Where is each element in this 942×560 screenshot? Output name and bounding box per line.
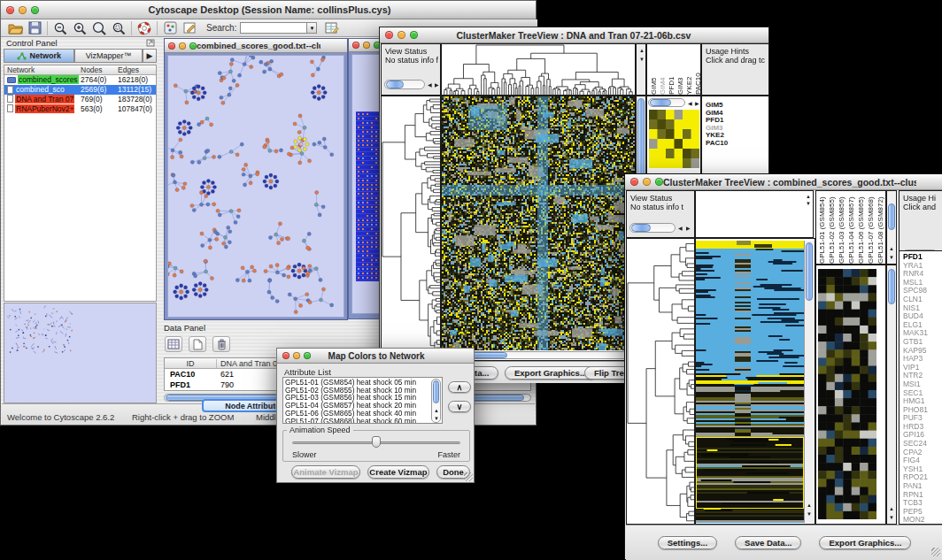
zoom-out-icon[interactable] bbox=[50, 19, 70, 36]
zoom-button[interactable] bbox=[304, 352, 311, 359]
scroll-right-icon[interactable]: ▶ bbox=[695, 101, 699, 106]
tv2-heatmap-panel[interactable]: ▲ ▼ bbox=[695, 238, 815, 525]
plugins-panel-icon[interactable] bbox=[160, 19, 180, 36]
tv2-row-tree-canvas[interactable] bbox=[627, 239, 694, 524]
attribute-table-icon[interactable] bbox=[322, 19, 342, 36]
tv2-footer-button[interactable]: Settings... bbox=[658, 536, 717, 549]
tv2-heatmap-canvas[interactable] bbox=[696, 241, 804, 523]
scroll-down-icon[interactable]: ▼ bbox=[889, 515, 894, 520]
scroll-down-icon[interactable]: ▼ bbox=[806, 201, 811, 206]
close-button[interactable] bbox=[168, 42, 175, 50]
attribute-list-item[interactable]: GPL51-03 (GSM856) heat shock 15 min bbox=[283, 394, 442, 402]
tv2-footer-button[interactable]: Export Graphics... bbox=[819, 536, 911, 549]
zoom-in-icon[interactable] bbox=[70, 19, 89, 36]
tv1-col-scroll-strip[interactable]: ▲ ▼ bbox=[636, 43, 646, 96]
scroll-down-icon[interactable]: ▼ bbox=[889, 255, 894, 260]
attribute-list-item[interactable]: GPL51-02 (GSM855) heat shock 10 min bbox=[283, 387, 442, 395]
scroll-right-icon[interactable]: ▶ bbox=[686, 226, 691, 231]
attribute-listbox[interactable]: GPL51-01 (GSM854) heat shock 05 minGPL51… bbox=[282, 377, 443, 424]
zoom-button[interactable] bbox=[31, 6, 39, 14]
window-controls[interactable] bbox=[1, 6, 39, 14]
tv1-column-tree-canvas[interactable] bbox=[442, 44, 635, 95]
tv1-footer-button[interactable]: Export Graphics... bbox=[505, 366, 597, 380]
scroll-right-icon[interactable]: ▶ bbox=[435, 82, 439, 88]
create-vizmap-button[interactable]: Create Vizmap bbox=[367, 465, 429, 479]
tv2-genelist-vscrollbar[interactable]: ▲ ▼ bbox=[886, 265, 897, 525]
tv2-zoom-view-panel[interactable] bbox=[815, 265, 886, 525]
tv1-row-dendrogram[interactable] bbox=[381, 96, 441, 361]
zoom-button[interactable] bbox=[410, 31, 418, 39]
tv1-row-tree-canvas[interactable] bbox=[382, 96, 440, 352]
tv2-column-dendrogram-area[interactable]: ▲ ▼ bbox=[695, 190, 814, 238]
tv1-correlation-minimap[interactable] bbox=[649, 110, 699, 168]
close-button[interactable] bbox=[282, 352, 290, 359]
float-panel-icon[interactable] bbox=[146, 39, 155, 47]
scroll-down-icon[interactable]: ▼ bbox=[434, 416, 439, 421]
search-dropdown-icon[interactable]: ▼ bbox=[307, 22, 317, 34]
move-down-button[interactable]: ∨ bbox=[448, 401, 471, 412]
minimize-button[interactable] bbox=[293, 352, 300, 359]
scroll-down-icon[interactable]: ▼ bbox=[807, 511, 812, 517]
close-button[interactable] bbox=[630, 178, 638, 186]
search-input[interactable] bbox=[240, 22, 307, 34]
help-lifebuoy-icon[interactable] bbox=[135, 19, 154, 36]
zoom-selected-icon[interactable] bbox=[89, 19, 109, 36]
tv1-heatmap-panel[interactable] bbox=[441, 96, 636, 361]
move-up-button[interactable]: ∧ bbox=[448, 381, 471, 393]
cytoscape-titlebar[interactable]: Cytoscape Desktop (Session Name: collins… bbox=[1, 1, 536, 19]
attribute-list-item[interactable]: GPL51-06 (GSM865) heat shock 40 min bbox=[283, 410, 442, 418]
tv1-status-scrollbar[interactable] bbox=[384, 80, 425, 89]
close-button[interactable] bbox=[352, 42, 359, 49]
minimize-button[interactable] bbox=[19, 6, 27, 14]
tv1-global-hscrollbar[interactable] bbox=[648, 98, 685, 107]
select-attributes-icon[interactable] bbox=[165, 336, 182, 352]
scroll-down-icon[interactable]: ▼ bbox=[639, 57, 645, 62]
tv2-zoom-heatmap-canvas[interactable] bbox=[818, 269, 876, 519]
tv1-column-dendrogram[interactable] bbox=[441, 43, 636, 96]
tv1-gene-label[interactable]: PAC10 bbox=[706, 140, 768, 148]
network-overview-canvas[interactable] bbox=[4, 303, 156, 403]
attribute-list-item[interactable]: GPL51-07 (GSM868) heat shock 60 min bbox=[283, 418, 442, 424]
scroll-up-icon[interactable]: ▲ bbox=[806, 194, 811, 199]
tab-overflow-icon[interactable]: ▶ bbox=[143, 49, 157, 63]
attribute-list-vscrollbar[interactable]: ▲ ▼ bbox=[431, 379, 441, 423]
scroll-up-icon[interactable]: ▲ bbox=[434, 408, 439, 413]
network-row[interactable]: combined_sco2569(6)13112(15) bbox=[4, 85, 156, 95]
zoom-fit-icon[interactable] bbox=[109, 19, 128, 36]
tv2-status-scrollbar[interactable] bbox=[629, 223, 676, 233]
speed-slider-thumb[interactable] bbox=[372, 436, 381, 448]
close-button[interactable] bbox=[6, 6, 14, 14]
zoom-button[interactable] bbox=[189, 42, 197, 50]
attribute-list-item[interactable]: GPL51-04 (GSM857) heat shock 20 min bbox=[283, 402, 442, 410]
minimize-button[interactable] bbox=[398, 31, 405, 39]
scroll-left-icon[interactable]: ◀ bbox=[688, 101, 692, 106]
scroll-left-icon[interactable]: ◀ bbox=[678, 226, 683, 231]
tv2-gene-label[interactable]: MON2 bbox=[903, 516, 942, 525]
attribute-list-item[interactable]: GPL51-01 (GSM854) heat shock 05 min bbox=[283, 379, 442, 387]
open-session-icon[interactable] bbox=[5, 19, 25, 36]
network-row[interactable]: RNAPuberNov2+563(0)107847(0) bbox=[4, 104, 156, 113]
tv2-row-dendrogram[interactable] bbox=[626, 238, 695, 525]
tv2-collabel-vscrollbar[interactable]: ▲ ▼ bbox=[886, 190, 897, 265]
scroll-up-icon[interactable]: ▲ bbox=[889, 506, 894, 511]
scroll-up-icon[interactable]: ▲ bbox=[639, 48, 645, 53]
network-row[interactable]: DNA and Tran 07769(0)183728(0) bbox=[4, 95, 156, 104]
tv1-heatmap-canvas[interactable] bbox=[442, 96, 635, 350]
network-overview-panel[interactable] bbox=[4, 303, 157, 403]
col-header-nodes[interactable]: Nodes bbox=[81, 65, 118, 74]
scroll-up-icon[interactable]: ▲ bbox=[807, 502, 812, 508]
network-canvas-1[interactable] bbox=[167, 55, 344, 318]
tab-network[interactable]: Network bbox=[4, 49, 74, 63]
scroll-left-icon[interactable]: ◀ bbox=[428, 82, 432, 88]
col-header-edges[interactable]: Edges bbox=[118, 65, 156, 74]
edit-network-icon[interactable] bbox=[180, 19, 199, 36]
animate-vizmap-button[interactable]: Animate Vizmap bbox=[291, 465, 360, 479]
resize-grip[interactable] bbox=[931, 548, 940, 556]
minimize-button[interactable] bbox=[179, 42, 186, 50]
minimize-button[interactable] bbox=[363, 42, 370, 49]
resize-grip[interactable] bbox=[464, 472, 473, 481]
network-graph-canvas[interactable] bbox=[168, 56, 344, 317]
col-header-network[interactable]: Network bbox=[4, 65, 81, 74]
delete-attribute-trash-icon[interactable] bbox=[212, 336, 230, 352]
tv2-heatmap-vscrollbar[interactable]: ▲ ▼ bbox=[804, 241, 815, 523]
